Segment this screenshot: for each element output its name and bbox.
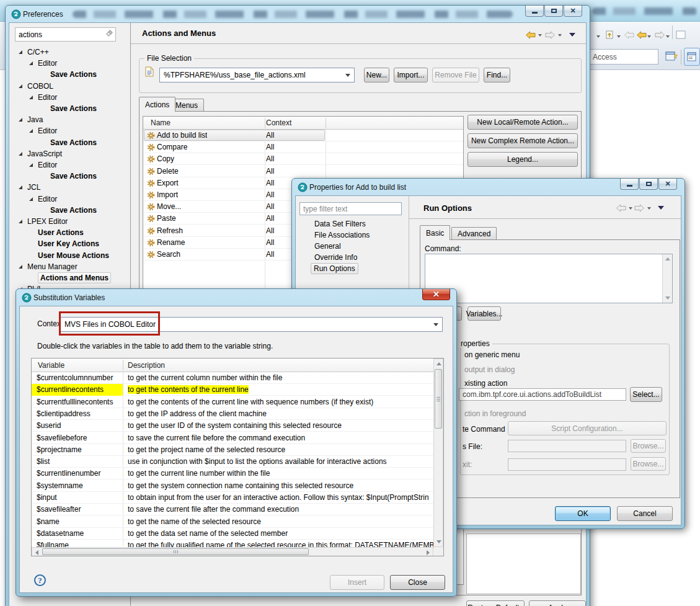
tree-expanded-icon[interactable]: [19, 265, 22, 269]
variable-description[interactable]: to get the project name of the selected …: [128, 445, 285, 454]
page-back-dropdown-icon[interactable]: [538, 34, 542, 37]
tree-expanded-icon[interactable]: [29, 163, 33, 167]
properties-titlebar[interactable]: Properties for Add to build list ✕: [292, 179, 684, 195]
tree-item-save-actions[interactable]: Save Actions: [9, 69, 130, 80]
exit-field[interactable]: [508, 458, 626, 471]
properties-maximize-button[interactable]: [639, 179, 658, 190]
tree-expanded-icon[interactable]: [29, 61, 33, 65]
col-name[interactable]: Name: [151, 118, 171, 127]
clear-search-icon[interactable]: [104, 30, 113, 38]
tree-expanded-icon[interactable]: [19, 220, 22, 223]
action-name[interactable]: Import: [157, 190, 178, 199]
apply-button[interactable]: Apply: [529, 600, 586, 606]
action-name[interactable]: Search: [157, 250, 180, 259]
variable-row-currentlinecontents[interactable]: $currentlinecontentsto get the contents …: [32, 384, 433, 396]
tab-advanced[interactable]: Advanced: [451, 227, 497, 240]
action-name[interactable]: Rename: [157, 238, 185, 247]
variable-description-cell[interactable]: use in conjunction with $input to list t…: [128, 457, 433, 466]
subst-titlebar[interactable]: Substitution Variables ✕: [16, 289, 456, 306]
tree-item-editor[interactable]: Editor: [9, 58, 130, 69]
action-context[interactable]: All: [266, 238, 274, 247]
tree-item-editor[interactable]: Editor: [9, 125, 130, 136]
variables-hscrollbar[interactable]: [32, 547, 433, 556]
variable-row-datasetname[interactable]: $datasetnameto get the data set name of …: [32, 528, 433, 540]
action-name[interactable]: Paste: [157, 214, 176, 223]
tree-item-jcl[interactable]: JCL: [9, 182, 130, 193]
variable-name[interactable]: $datasetname: [37, 529, 122, 538]
close-dialog-button[interactable]: Close: [390, 575, 445, 590]
hscrollbar-thumb[interactable]: [42, 548, 309, 555]
action-context[interactable]: All: [266, 179, 274, 187]
col-description[interactable]: Description: [128, 361, 165, 370]
properties-nav-run-options[interactable]: Run Options: [311, 263, 358, 274]
tree-expanded-icon[interactable]: [29, 96, 33, 99]
variable-name[interactable]: $savefileafter: [37, 505, 122, 514]
variables-vscrollbar[interactable]: [433, 359, 443, 547]
action-name[interactable]: Delete: [157, 167, 179, 176]
commit-dropdown-icon[interactable]: [617, 35, 621, 38]
action-context[interactable]: All: [266, 143, 274, 151]
cancel-button[interactable]: Cancel: [617, 506, 673, 521]
variable-row-list[interactable]: $listuse in conjunction with $input to l…: [32, 456, 433, 468]
variable-name[interactable]: $currentlinenumber: [37, 469, 122, 478]
tree-item-lpex-editor[interactable]: LPEX Editor: [9, 216, 130, 227]
tree-item-editor[interactable]: Editor: [9, 92, 130, 103]
action-name[interactable]: Copy: [157, 154, 174, 163]
new-file-button[interactable]: New...: [364, 68, 389, 82]
variable-description[interactable]: to get the system connection name contai…: [128, 481, 353, 490]
properties-nav-file-associations[interactable]: File Associations: [314, 231, 370, 239]
insert-button[interactable]: Insert: [330, 575, 384, 590]
variable-description-cell[interactable]: to get the contents of the current line: [128, 385, 433, 394]
properties-filter-input[interactable]: type filter text: [299, 202, 402, 215]
variable-description[interactable]: use in conjunction with $input to list t…: [128, 457, 387, 466]
tree-item-save-actions[interactable]: Save Actions: [9, 205, 130, 216]
maximize-button[interactable]: [544, 6, 563, 17]
action-row-compare[interactable]: CompareAll: [143, 141, 463, 153]
commit-icon[interactable]: [605, 30, 614, 40]
new-local-remote-action-button[interactable]: New Local/Remote Action...: [467, 115, 578, 130]
variable-row-currentcolumnnumber[interactable]: $currentcolumnnumberto get the current c…: [32, 372, 433, 384]
action-name[interactable]: Compare: [157, 143, 187, 151]
action-name[interactable]: Refresh: [157, 226, 183, 235]
tree-item-label[interactable]: Editor: [38, 161, 57, 169]
properties-nav-data-set-filters[interactable]: Data Set Filters: [314, 220, 366, 228]
properties-minimize-button[interactable]: [620, 179, 639, 190]
variable-row-currentfulllinecontents[interactable]: $currentfulllinecontentsto get the conte…: [32, 396, 433, 408]
props-back-icon[interactable]: [616, 204, 626, 212]
back-icon[interactable]: [636, 31, 647, 39]
subst-close-button[interactable]: ✕: [422, 289, 450, 300]
props-back-dropdown-icon[interactable]: [629, 207, 632, 210]
variable-description-cell[interactable]: to get the current column number within …: [128, 373, 433, 382]
help-icon[interactable]: ?: [34, 574, 46, 586]
toolbar-dropdown-icon[interactable]: [596, 35, 600, 38]
variable-name[interactable]: $clientipaddress: [37, 409, 122, 418]
page-forward-dropdown-icon[interactable]: [558, 34, 562, 37]
variables-table-header[interactable]: Variable Description: [32, 359, 443, 372]
tree-expanded-icon[interactable]: [29, 129, 33, 133]
tree-expanded-icon[interactable]: [29, 197, 33, 201]
variable-description[interactable]: to get the name of the selected resource: [128, 517, 261, 526]
tree-item-java[interactable]: Java: [9, 114, 130, 125]
legend-button[interactable]: Legend...: [467, 152, 578, 167]
variable-description[interactable]: to get the current line number within th…: [128, 469, 270, 478]
tree-item-label[interactable]: JCL: [27, 183, 40, 192]
action-name[interactable]: Move...: [157, 202, 181, 211]
forward-dropdown-icon[interactable]: [666, 35, 670, 38]
action-context[interactable]: All: [266, 131, 274, 140]
variable-description-cell[interactable]: to get the IP address of the client mach…: [128, 409, 433, 418]
variable-description[interactable]: to save the current file after the comma…: [128, 505, 299, 514]
new-complex-remote-action-button[interactable]: New Complex Remote Action...: [467, 133, 578, 148]
col-context[interactable]: Context: [266, 118, 291, 127]
tree-item-javascript[interactable]: JavaScript: [9, 148, 130, 159]
variable-row-clientipaddress[interactable]: $clientipaddressto get the IP address of…: [32, 408, 433, 420]
tree-item-editor[interactable]: Editor: [9, 159, 130, 171]
page-menu-icon[interactable]: [569, 33, 575, 37]
back-dropdown-icon[interactable]: [647, 35, 651, 38]
find-file-button[interactable]: Find...: [484, 68, 510, 82]
variable-description[interactable]: to save the current file before the comm…: [128, 434, 305, 442]
action-context[interactable]: All: [266, 167, 274, 176]
variable-row-systemname[interactable]: $systemnameto get the system connection …: [32, 480, 433, 492]
vscrollbar-thumb[interactable]: [435, 369, 442, 429]
variable-name[interactable]: $currentlinecontents: [37, 385, 122, 394]
minimize-button[interactable]: [525, 6, 544, 17]
